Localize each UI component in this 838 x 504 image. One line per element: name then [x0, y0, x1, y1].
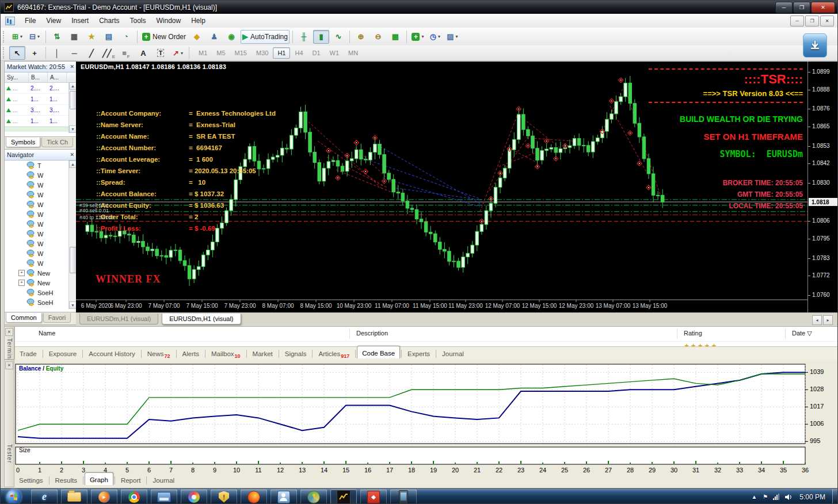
bar-chart-button[interactable]: ╫ — [296, 30, 312, 44]
media-player-icon[interactable]: ▸ — [91, 489, 117, 504]
text-label-button[interactable]: T — [153, 46, 169, 60]
menu-insert[interactable]: Insert — [66, 15, 94, 26]
timeframe-mn[interactable]: MN — [344, 47, 363, 59]
tester-tab-results[interactable]: Results — [51, 475, 82, 486]
terminal-tab-articles[interactable]: Articles917 — [314, 349, 354, 359]
remote-app-icon[interactable] — [151, 489, 177, 504]
menu-tools[interactable]: Tools — [125, 15, 151, 26]
tab-common[interactable]: Common — [6, 313, 42, 323]
tester-tab-journal[interactable]: Journal — [148, 475, 179, 486]
chart-tab[interactable]: EURUSDm,H1 (visual) — [79, 314, 158, 324]
network-signal-icon[interactable] — [773, 494, 780, 500]
tab-symbols[interactable]: Symbols — [6, 138, 40, 147]
navigator-item[interactable]: W — [5, 219, 77, 229]
menu-view[interactable]: View — [41, 15, 66, 26]
volume-icon[interactable] — [784, 494, 793, 501]
terminal-column-date[interactable]: Date ▽ — [792, 330, 812, 337]
new-order-button[interactable]: +New Order — [140, 30, 188, 44]
navigator-item[interactable]: W — [5, 249, 77, 258]
new-chart-button[interactable]: ⊞▾ — [9, 30, 25, 44]
navigator-button[interactable]: ★ — [83, 30, 100, 44]
timeframe-h4[interactable]: H4 — [290, 47, 307, 59]
paint-icon[interactable] — [181, 489, 207, 504]
timeframe-m5[interactable]: M5 — [212, 47, 230, 59]
chart-tab[interactable]: EURUSDm,H1 (visual) — [162, 314, 241, 324]
column-header-0[interactable]: Sy... — [5, 72, 29, 82]
messenger-icon[interactable] — [271, 489, 297, 504]
action-center-flag-icon[interactable]: ⚑ — [763, 494, 768, 500]
show-desktop-button[interactable] — [832, 489, 838, 504]
menu-file[interactable]: File — [20, 15, 41, 26]
tab-tick-ch[interactable]: Tick Ch — [41, 138, 73, 147]
tester-tab-settings[interactable]: Settings — [14, 475, 48, 486]
clock[interactable]: 5:00 PM — [799, 493, 825, 501]
mdi-restore-button[interactable]: ❐ — [805, 16, 819, 26]
chart-area[interactable]: EURUSDm,H1 1.08147 1.08186 1.08136 1.081… — [76, 62, 807, 312]
column-header-1[interactable]: B... — [29, 72, 48, 82]
profiles-button[interactable]: ⊟▾ — [26, 30, 43, 44]
indicators-button[interactable]: +▾ — [410, 30, 426, 44]
timeframe-h1[interactable]: H1 — [273, 47, 290, 59]
menu-charts[interactable]: Charts — [94, 15, 124, 26]
channel-button[interactable]: ╱╱E — [101, 46, 117, 60]
navigator-item[interactable]: W — [5, 190, 77, 200]
close-icon[interactable]: ✕ — [5, 328, 13, 336]
horizontal-line-button[interactable]: ─ — [66, 46, 82, 60]
strategy-tester-button[interactable]: ◔ — [118, 30, 134, 44]
terminal-tab-news[interactable]: News72 — [143, 349, 175, 359]
tester-tab-report[interactable]: Report — [116, 475, 146, 486]
terminal-tab-experts[interactable]: Experts — [403, 349, 435, 359]
tray-expand-icon[interactable]: ▲ — [751, 494, 757, 500]
trendline-button[interactable]: ╱ — [83, 46, 100, 60]
terminal-column-rating[interactable]: Rating — [684, 330, 702, 337]
text-button[interactable]: A — [135, 46, 151, 60]
arrows-button[interactable]: ↗▾ — [170, 46, 186, 60]
mt4-taskbar-icon[interactable] — [330, 489, 357, 504]
maps-icon[interactable] — [300, 489, 327, 504]
minimize-button[interactable]: ─ — [775, 2, 793, 13]
tester-graph[interactable]: 0123456789101112131415161718192021222324… — [14, 363, 826, 476]
navigator-item[interactable]: W — [5, 209, 77, 219]
terminal-column-description[interactable]: Description — [356, 330, 388, 337]
navigator-item[interactable]: T — [5, 161, 77, 170]
navigator-item[interactable]: SoeH — [5, 288, 77, 297]
navigator-item[interactable]: +New — [5, 268, 77, 278]
line-chart-button[interactable]: ∿ — [330, 30, 346, 44]
cursor-button[interactable]: ↖ — [9, 46, 25, 60]
tester-tab-graph[interactable]: Graph — [85, 472, 113, 485]
signals-button[interactable]: ◉ — [223, 30, 239, 44]
mdi-minimize-button[interactable]: ─ — [790, 16, 804, 26]
phone-icon[interactable] — [390, 489, 417, 504]
expand-plus-icon[interactable]: + — [18, 270, 25, 276]
terminal-tab-journal[interactable]: Journal — [437, 349, 468, 359]
terminal-column-name[interactable]: Name — [39, 330, 55, 337]
close-icon[interactable]: ✕ — [5, 361, 13, 369]
zoom-in-button[interactable]: ⊕ — [353, 30, 369, 44]
navigator-scrollbar[interactable]: ▲ ▼ — [68, 161, 77, 309]
chart-window-icon[interactable] — [5, 17, 15, 25]
navigator-item[interactable]: W — [5, 239, 77, 249]
terminal-tab-market[interactable]: Market — [248, 349, 277, 359]
ie-icon[interactable]: e — [31, 489, 58, 504]
start-button[interactable] — [6, 490, 21, 504]
update-download-button[interactable] — [803, 33, 827, 58]
symbol-row[interactable]: ...1...1... — [5, 116, 77, 127]
autotrading-button[interactable]: ▶AutoTrading — [241, 30, 290, 44]
security-icon[interactable]: ! — [211, 489, 237, 504]
experts-button[interactable]: ♟ — [206, 30, 222, 44]
toolbar-grip[interactable] — [3, 47, 6, 59]
navigator-item[interactable]: W — [5, 258, 77, 268]
menu-help[interactable]: Help — [186, 15, 211, 26]
tab-scroll-right-icon[interactable]: ▸ — [823, 315, 833, 325]
close-icon[interactable]: ✕ — [70, 64, 74, 70]
menu-window[interactable]: Window — [151, 15, 186, 26]
symbol-row[interactable]: ...3....3.... — [5, 105, 77, 116]
navigator-item[interactable]: W — [5, 200, 77, 209]
firefox-icon[interactable] — [241, 489, 267, 504]
toolbar-grip[interactable] — [3, 31, 6, 43]
navigator-item[interactable]: W — [5, 170, 77, 180]
data-window-button[interactable]: ▦ — [66, 30, 82, 44]
terminal-tab-exposure[interactable]: Exposure — [44, 349, 82, 359]
terminal-button[interactable]: ▤ — [101, 30, 117, 44]
terminal-tab-trade[interactable]: Trade — [15, 349, 41, 359]
